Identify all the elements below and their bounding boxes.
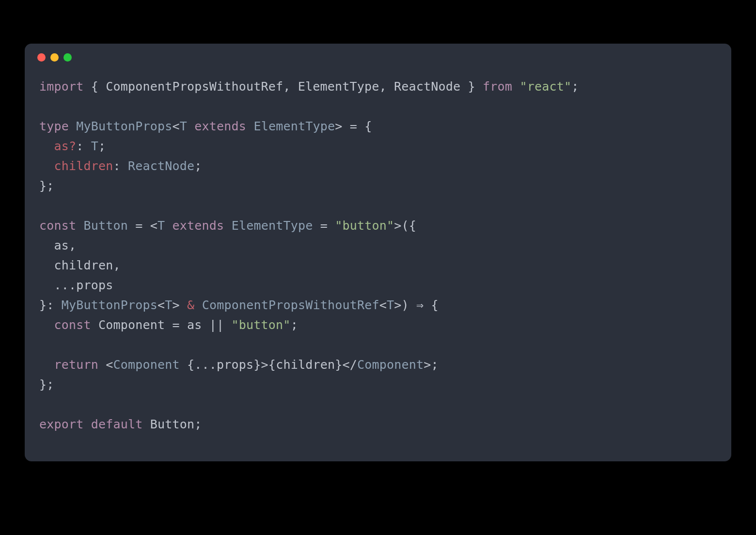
code-token: const <box>54 318 91 332</box>
code-token: > = { <box>335 119 372 133</box>
code-token: ; <box>98 139 106 153</box>
code-token <box>512 79 520 94</box>
code-token: }>{ <box>253 358 276 372</box>
window-close-button[interactable] <box>37 53 46 62</box>
code-token <box>39 318 54 332</box>
code-token: ReactNode <box>128 159 194 173</box>
code-token <box>39 139 54 153</box>
code-token: & <box>187 298 194 312</box>
code-token: export <box>39 417 84 431</box>
code-token: > <box>173 298 188 312</box>
code-token: = <box>313 219 335 233</box>
code-line <box>39 335 717 355</box>
code-token: as, <box>54 238 77 252</box>
code-token: >) <box>394 298 416 312</box>
code-token: < <box>98 358 113 372</box>
code-line: const Component = as || "button"; <box>39 315 717 335</box>
code-token: : <box>76 139 91 153</box>
code-token: MyButtonProps <box>76 119 172 133</box>
code-token: < <box>379 298 387 312</box>
code-token <box>224 219 231 233</box>
code-token: const <box>39 219 76 233</box>
code-token: children <box>276 358 335 372</box>
code-token <box>194 298 202 312</box>
code-line: }: MyButtonProps<T> & ComponentPropsWith… <box>39 295 717 315</box>
code-token <box>69 119 76 133</box>
code-token: }: <box>39 298 62 312</box>
code-token <box>39 159 54 173</box>
code-token: as? <box>54 139 77 153</box>
code-line <box>39 196 717 216</box>
code-token: default <box>91 417 143 431</box>
code-token <box>224 318 231 332</box>
code-line: }; <box>39 176 717 196</box>
code-line: children, <box>39 255 717 275</box>
code-token <box>76 219 83 233</box>
code-token: ... <box>54 278 77 292</box>
code-token: ElementType <box>232 219 313 233</box>
code-token: MyButtonProps <box>62 298 158 312</box>
code-token: type <box>39 119 69 133</box>
code-token: Button <box>84 219 128 233</box>
code-token: return <box>54 358 99 372</box>
code-token: props <box>217 358 253 372</box>
window-titlebar <box>25 44 731 71</box>
code-token: "button" <box>335 219 394 233</box>
code-token <box>39 358 54 372</box>
code-token: < <box>158 298 165 312</box>
code-token: { <box>84 79 106 94</box>
code-line: as, <box>39 236 717 255</box>
code-token <box>39 258 54 272</box>
code-token: : <box>113 159 128 173</box>
code-token: >({ <box>394 219 416 233</box>
code-token: { <box>424 298 439 312</box>
code-token <box>143 417 150 431</box>
code-line: children: ReactNode; <box>39 156 717 176</box>
window-zoom-button[interactable] <box>63 53 72 62</box>
code-token: ... <box>194 358 217 372</box>
code-token: }</ <box>335 358 357 372</box>
code-token: || <box>209 318 224 332</box>
code-line <box>39 96 717 116</box>
code-window: import { ComponentPropsWithoutRef, Eleme… <box>25 44 731 461</box>
code-token: props <box>76 278 113 292</box>
code-token: ; <box>291 318 298 332</box>
code-token: } <box>460 79 483 94</box>
code-token: T <box>91 139 98 153</box>
code-token: < <box>173 119 180 133</box>
code-line: export default Button; <box>39 414 717 434</box>
code-token: "button" <box>232 318 291 332</box>
code-token <box>91 318 98 332</box>
code-line: return <Component {...props}>{children}<… <box>39 355 717 375</box>
code-token: Component <box>357 358 424 372</box>
code-token: Component = as <box>98 318 209 332</box>
code-token: T <box>158 219 165 233</box>
code-token <box>84 417 91 431</box>
code-token: "react" <box>520 79 571 94</box>
code-token <box>246 119 253 133</box>
code-line: as?: T; <box>39 136 717 156</box>
code-token: T <box>165 298 172 312</box>
code-token: >; <box>424 358 439 372</box>
code-line: type MyButtonProps<T extends ElementType… <box>39 116 717 136</box>
code-token: T <box>387 298 394 312</box>
code-token: = < <box>128 219 158 233</box>
code-line <box>39 394 717 414</box>
code-token: }; <box>39 179 54 193</box>
window-minimize-button[interactable] <box>50 53 59 62</box>
code-token: ; <box>194 159 202 173</box>
code-token: Button; <box>150 417 202 431</box>
code-token <box>39 278 54 292</box>
code-token: Component <box>113 358 180 372</box>
code-token: children <box>54 159 113 173</box>
code-token <box>165 219 172 233</box>
code-token: children, <box>54 258 121 272</box>
code-token: ⇒ <box>416 298 424 312</box>
code-line: ...props <box>39 275 717 295</box>
code-token: extends <box>194 119 246 133</box>
code-line: }; <box>39 375 717 394</box>
code-token <box>187 119 194 133</box>
code-token: from <box>483 79 512 94</box>
code-token: ; <box>571 79 579 94</box>
code-token: }; <box>39 378 54 392</box>
